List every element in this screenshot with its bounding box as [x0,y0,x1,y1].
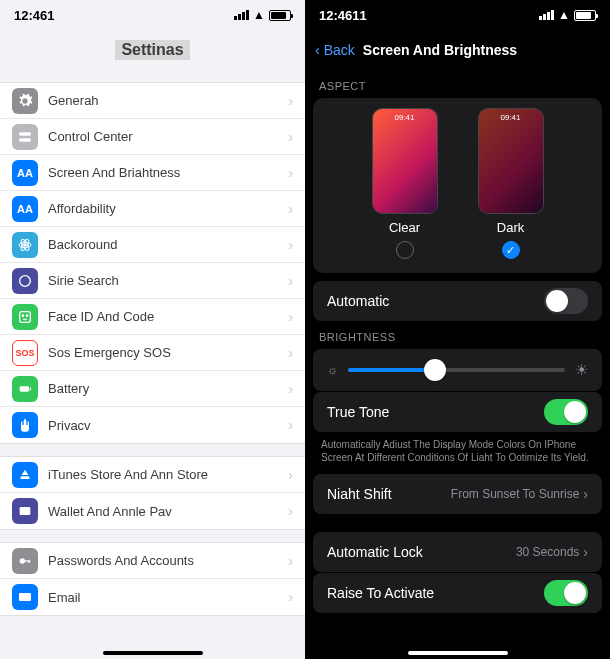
settings-row-gear[interactable]: Generah › [0,83,305,119]
row-label: iTunes Store And Ann Store [48,467,288,482]
appearance-previews: 09:41 Clear 09:41 Dark [313,98,602,273]
atom-icon [12,232,38,258]
astore-icon [12,462,38,488]
sun-large-icon: ☀ [575,361,588,379]
automatic-row[interactable]: Automatic [313,281,602,321]
svg-rect-12 [20,507,31,515]
chevron-right-icon: › [288,165,293,181]
mail-icon [12,584,38,610]
battery-icon [269,10,291,21]
svg-point-13 [20,558,25,563]
settings-row-face[interactable]: Face ID And Code › [0,299,305,335]
chevron-right-icon: › [288,93,293,109]
brightness-pane: 12:4611 ▲ ‹ Back Screen And Brightness A… [305,0,610,659]
true-tone-toggle[interactable] [544,399,588,425]
battery-icon [12,376,38,402]
row-label: Affordability [48,201,288,216]
row-label: Control Center [48,129,288,144]
chevron-right-icon: › [288,381,293,397]
wallet-icon [12,498,38,524]
chevron-right-icon: › [288,237,293,253]
switches-icon [12,124,38,150]
row-label: Sos Emergency SOS [48,345,288,360]
settings-row-hand[interactable]: Privacv › [0,407,305,443]
hand-icon [12,412,38,438]
page-title-left: Settinas [0,30,305,70]
row-label: Generah [48,93,288,108]
row-label: Backoround [48,237,288,252]
radio-dark[interactable] [502,241,520,259]
settings-row-key[interactable]: Passwords And Accounts › [0,543,305,579]
brightness-slider[interactable] [348,368,565,372]
settings-row-sos[interactable]: SOS Sos Emergency SOS › [0,335,305,371]
aa-icon: AA [12,160,38,186]
svg-rect-7 [20,311,31,322]
settings-row-astore[interactable]: iTunes Store And Ann Store › [0,457,305,493]
chevron-right-icon: › [288,129,293,145]
clock: 12:4611 [319,8,367,23]
aa-icon: AA [12,196,38,222]
back-button[interactable]: Back [324,42,355,58]
settings-row-siri[interactable]: Sirie Search › [0,263,305,299]
raise-row[interactable]: Raise To Activate [313,573,602,613]
row-label: Sirie Search [48,273,288,288]
face-icon [12,304,38,330]
svg-point-6 [20,275,31,286]
settings-row-mail[interactable]: Email › [0,579,305,615]
chevron-right-icon: › [288,201,293,217]
settings-row-aa[interactable]: AA Screen And Briahtness › [0,155,305,191]
chevron-right-icon: › [288,553,293,569]
status-bar-right: 12:4611 ▲ [305,0,610,30]
chevron-right-icon: › [288,345,293,361]
svg-rect-10 [20,386,29,391]
back-chevron-icon[interactable]: ‹ [315,42,320,58]
row-label: Screen And Briahtness [48,165,288,180]
wifi-icon: ▲ [253,8,265,22]
sos-icon: SOS [12,340,38,366]
chevron-right-icon: › [583,486,588,502]
signal-icon [234,10,249,20]
svg-rect-11 [30,387,31,390]
gear-icon [12,88,38,114]
row-label: Face ID And Code [48,309,288,324]
wifi-icon: ▲ [558,8,570,22]
settings-row-wallet[interactable]: Wallet And Annle Pav › [0,493,305,529]
status-icons: ▲ [539,8,596,22]
section-brightness: BRIGHTNESS [305,321,610,349]
row-label: Wallet And Annle Pav [48,504,288,519]
appearance-dark[interactable]: 09:41 Dark [478,108,544,259]
settings-row-atom[interactable]: Backoround › [0,227,305,263]
key-icon [12,548,38,574]
nav-header: ‹ Back Screen And Brightness [305,30,610,70]
night-shift-row[interactable]: Niaht Shift From Sunset To Sunrise › [313,474,602,514]
siri-icon [12,268,38,294]
chevron-right-icon: › [288,309,293,325]
settings-row-switches[interactable]: Control Center › [0,119,305,155]
chevron-right-icon: › [288,589,293,605]
svg-rect-1 [19,138,31,141]
sun-small-icon: ☼ [327,363,338,377]
radio-light[interactable] [396,241,414,259]
chevron-right-icon: › [288,273,293,289]
true-tone-row[interactable]: True Tone [313,392,602,432]
home-indicator[interactable] [408,651,508,655]
svg-point-9 [26,315,27,316]
settings-pane: 12:461 ▲ Settinas Generah › Control Cent… [0,0,305,659]
status-icons: ▲ [234,8,291,22]
appearance-light[interactable]: 09:41 Clear [372,108,438,259]
raise-toggle[interactable] [544,580,588,606]
svg-rect-0 [19,132,31,135]
settings-row-aa[interactable]: AA Affordability › [0,191,305,227]
page-title-right: Screen And Brightness [363,42,517,58]
home-indicator[interactable] [103,651,203,655]
row-label: Email [48,590,288,605]
svg-point-2 [24,243,27,246]
signal-icon [539,10,554,20]
auto-lock-row[interactable]: Automatic Lock 30 Seconds › [313,532,602,572]
automatic-toggle[interactable] [544,288,588,314]
settings-row-battery[interactable]: Battery › [0,371,305,407]
row-label: Battery [48,381,288,396]
chevron-right-icon: › [288,417,293,433]
row-label: Passwords And Accounts [48,553,288,568]
svg-rect-16 [19,593,31,601]
